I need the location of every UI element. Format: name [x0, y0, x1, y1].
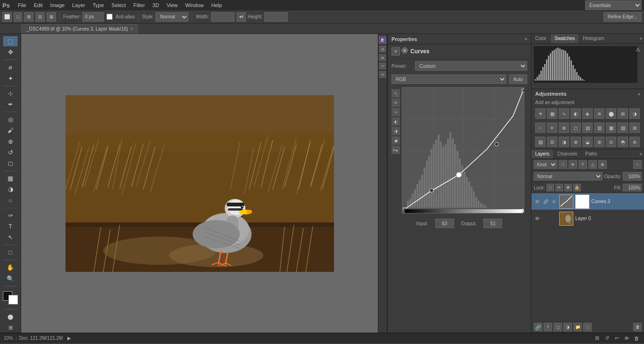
layer-filter-smart[interactable]: ⊕	[598, 160, 607, 169]
menu-window[interactable]: Window	[182, 1, 207, 9]
shape-tool[interactable]: □	[3, 247, 17, 257]
strip-btn-3[interactable]: ≡	[379, 63, 386, 69]
document-tab[interactable]: _DSC4989.tif @ 10% (Curves 3, Layer Mask…	[21, 24, 138, 33]
blur-tool[interactable]: ◑	[3, 184, 17, 194]
strip-btn-1[interactable]: ⊕	[379, 46, 386, 52]
lock-transparent[interactable]: □	[546, 184, 554, 191]
menu-view[interactable]: View	[163, 1, 181, 9]
height-input[interactable]	[264, 12, 288, 22]
adj-posterize[interactable]: ▤	[582, 123, 593, 133]
type-tool[interactable]: T	[3, 221, 17, 231]
layer-vis-layer0[interactable]: 👁	[534, 215, 540, 222]
refine-edge-button[interactable]: Refine Edge...	[603, 12, 642, 22]
adj-r9[interactable]: ⊜	[629, 137, 640, 147]
strip-btn-4[interactable]: ≋	[379, 71, 386, 78]
auto-button[interactable]: Auto	[509, 74, 527, 84]
adj-gradient[interactable]: ▦	[606, 123, 616, 133]
healing-brush[interactable]: ◎	[3, 115, 17, 124]
adj-r6[interactable]: ⊛	[594, 137, 604, 147]
ep-panel-btn[interactable]: E	[379, 36, 386, 44]
curves-type-label[interactable]: A▲	[391, 146, 400, 154]
input-value[interactable]: 63	[435, 219, 454, 228]
tab-swatches[interactable]: Swatches	[551, 34, 579, 43]
new-adj-btn[interactable]: ◑	[563, 323, 572, 331]
adj-pattern[interactable]: ⊞	[629, 123, 640, 133]
adj-r1[interactable]: ▨	[535, 137, 546, 147]
adj-invert[interactable]: ◻	[571, 123, 581, 133]
curves-sample-dark[interactable]: ◐	[391, 117, 400, 126]
menu-help[interactable]: Help	[208, 1, 225, 9]
layer-filter-active[interactable]: ○	[633, 160, 642, 169]
tool-option-4[interactable]: ⊠	[47, 12, 56, 22]
panel-collapse[interactable]: »	[524, 36, 527, 41]
magic-wand[interactable]: ✦	[3, 74, 17, 83]
adj-photofilter[interactable]: ○	[535, 123, 546, 133]
background-color[interactable]	[8, 295, 18, 304]
adj-levels[interactable]: ▦	[547, 108, 557, 119]
hand-tool[interactable]: ✋	[3, 262, 17, 272]
swap-dimensions[interactable]: ⇄	[236, 12, 246, 22]
adj-vibrance[interactable]: ◈	[582, 108, 593, 119]
screen-mode[interactable]: ⊞	[3, 323, 17, 333]
lasso-tool[interactable]: ⌀	[3, 62, 17, 72]
layers-panel-expand[interactable]: »	[637, 149, 644, 158]
blend-mode-select[interactable]: Normal	[534, 172, 603, 180]
history-brush[interactable]: ↺	[3, 147, 17, 157]
marquee-tool[interactable]: ⬚	[3, 36, 17, 46]
channel-select[interactable]: RGB	[391, 74, 506, 84]
menu-select[interactable]: Select	[108, 1, 130, 9]
curves-sample-light[interactable]: ◕	[391, 136, 400, 145]
link-layers-btn[interactable]: 🔗	[534, 323, 542, 331]
status-icon-trash[interactable]: 🗑	[633, 335, 640, 342]
workspace-select[interactable]: Essentials	[585, 0, 642, 10]
stamp-tool[interactable]: ⊕	[3, 137, 17, 147]
layer-lock-curves3[interactable]: 🔗	[542, 198, 549, 205]
move-tool[interactable]: ✥	[3, 47, 17, 57]
adj-r8[interactable]: ◓	[618, 137, 628, 147]
tab-close[interactable]: ×	[130, 26, 133, 31]
doc-info-arrow[interactable]: ▶	[67, 336, 71, 341]
gradient-tool[interactable]: ▦	[3, 173, 17, 183]
tab-color[interactable]: Color	[531, 34, 551, 43]
layer-item-layer0[interactable]: 👁 Layer 0	[531, 210, 644, 227]
adj-selective[interactable]: ▧	[618, 123, 628, 133]
status-icon-arrange[interactable]: ⊞	[593, 335, 601, 342]
adj-r3[interactable]: ◑	[559, 137, 569, 147]
style-select[interactable]: Normal	[155, 12, 188, 22]
layer-effects-btn[interactable]: f	[544, 323, 552, 331]
tool-option-1[interactable]: □	[14, 12, 22, 22]
curves-pointer-tool[interactable]: ↖	[391, 89, 400, 98]
adj-brightness[interactable]: ☀	[535, 108, 546, 119]
fill-input[interactable]: 100%	[623, 184, 642, 191]
marquee-tool-options[interactable]: ⬜	[2, 12, 12, 22]
adj-r7[interactable]: ⊝	[606, 137, 616, 147]
output-value[interactable]: 51	[483, 219, 502, 228]
preset-select[interactable]: Custom	[415, 61, 527, 71]
menu-file[interactable]: File	[15, 1, 30, 9]
tab-channels[interactable]: Channels	[554, 149, 581, 158]
layer-mask-toggle-curves3[interactable]: ⊕	[551, 198, 557, 205]
menu-image[interactable]: Image	[47, 1, 68, 9]
menu-layer[interactable]: Layer	[69, 1, 89, 9]
layer-filter-pixel[interactable]: □	[559, 160, 567, 169]
quick-mask[interactable]: ⬤	[3, 312, 17, 322]
dodge-tool[interactable]: ○	[3, 196, 17, 205]
tab-layers[interactable]: Layers	[531, 149, 554, 158]
layer-filter-shape[interactable]: △	[588, 160, 597, 169]
opacity-input[interactable]: 100%	[623, 172, 642, 180]
adj-bw[interactable]: ◑	[629, 108, 640, 119]
tab-paths[interactable]: Paths	[581, 149, 602, 158]
feather-input[interactable]	[82, 12, 104, 22]
eraser-tool[interactable]: ◻	[3, 158, 17, 168]
strip-btn-2[interactable]: ◈	[379, 54, 386, 61]
layer-kind-select[interactable]: Kind	[534, 160, 557, 169]
add-mask-btn[interactable]: ◻	[554, 323, 562, 331]
curves-sample-mid[interactable]: ◑	[391, 127, 400, 135]
adj-colorlookup[interactable]: ⊕	[559, 123, 569, 133]
adj-colorbalance[interactable]: ⊞	[618, 108, 628, 119]
status-icon-undo[interactable]: ↩	[613, 335, 620, 342]
eyedropper-tool[interactable]: ✒	[3, 99, 17, 109]
anti-alias-checkbox[interactable]	[106, 14, 113, 20]
layer-item-curves3[interactable]: 👁 🔗 ⊕ Curves 3	[531, 193, 644, 210]
adj-threshold[interactable]: ▥	[594, 123, 604, 133]
